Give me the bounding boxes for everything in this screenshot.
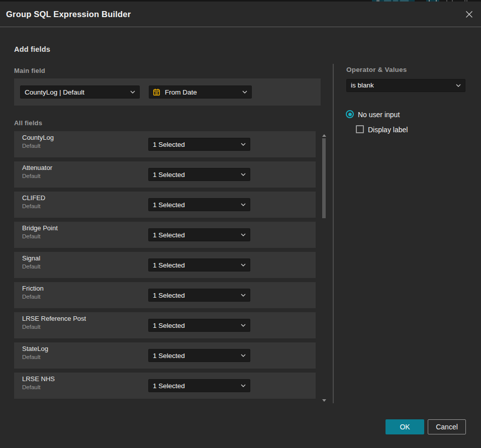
field-name: CountyLog — [22, 134, 54, 141]
operator-value: is blank — [347, 81, 374, 89]
field-sublabel: Default — [22, 143, 40, 149]
main-field-label: Main field — [14, 67, 45, 74]
chevron-down-icon — [241, 233, 246, 236]
field-name: StateLog — [22, 345, 48, 352]
chevron-down-icon — [241, 354, 246, 357]
field-selected-value: 1 Selected — [149, 352, 185, 360]
ok-button[interactable]: OK — [386, 419, 424, 434]
field-name: CLIFED — [22, 194, 45, 202]
field-name: Signal — [22, 254, 40, 262]
main-field-field-dropdown[interactable]: From Date — [149, 85, 252, 99]
chevron-down-icon — [241, 324, 246, 327]
field-row: Attenuator Default 1 Selected — [14, 161, 316, 188]
field-sublabel: Default — [22, 233, 40, 239]
field-selected-value: 1 Selected — [149, 292, 185, 299]
field-selected-dropdown[interactable]: 1 Selected — [148, 349, 250, 362]
field-sublabel: Default — [22, 173, 40, 179]
chevron-down-icon — [241, 263, 246, 266]
close-button[interactable] — [462, 7, 476, 21]
field-name: LRSE Reference Post — [22, 315, 86, 322]
field-selected-dropdown[interactable]: 1 Selected — [148, 319, 250, 332]
display-label-checkbox[interactable] — [356, 125, 364, 133]
dialog-header: Group SQL Expression Builder — [0, 2, 481, 27]
field-row: LRSE Reference Post Default 1 Selected — [14, 312, 316, 338]
field-selected-value: 1 Selected — [149, 141, 185, 148]
display-label-label: Display label — [368, 126, 408, 134]
field-selected-dropdown[interactable]: 1 Selected — [148, 228, 250, 241]
scrollbar-thumb[interactable] — [322, 138, 326, 218]
chevron-down-icon — [241, 294, 246, 297]
field-selected-dropdown[interactable]: 1 Selected — [148, 379, 250, 392]
field-selected-value: 1 Selected — [149, 322, 185, 329]
field-sublabel: Default — [22, 384, 40, 390]
no-user-input-radio[interactable] — [346, 110, 354, 118]
field-sublabel: Default — [22, 324, 40, 330]
field-row: Friction Default 1 Selected — [14, 282, 316, 308]
chevron-down-icon — [456, 84, 461, 87]
field-selected-dropdown[interactable]: 1 Selected — [148, 258, 250, 272]
field-selected-dropdown[interactable]: 1 Selected — [148, 138, 250, 151]
group-sql-expression-builder-dialog: Group SQL Expression Builder Add fields … — [0, 2, 481, 448]
field-name: LRSE NHS — [22, 375, 55, 383]
radio-dot — [348, 113, 352, 116]
main-field-layer-value: CountyLog | Default — [21, 88, 84, 96]
calendar-icon — [153, 88, 160, 96]
field-name: Attenuator — [22, 164, 52, 171]
field-selected-dropdown[interactable]: 1 Selected — [148, 168, 250, 181]
field-row: Signal Default 1 Selected — [14, 252, 316, 278]
field-name: Bridge Point — [22, 224, 58, 232]
field-row: LRSE NHS Default 1 Selected — [14, 373, 316, 399]
no-user-input-label: No user input — [358, 111, 400, 119]
field-row: CLIFED Default 1 Selected — [14, 192, 316, 218]
main-field-field-value: From Date — [160, 88, 197, 96]
field-selected-value: 1 Selected — [149, 171, 185, 178]
field-selected-dropdown[interactable]: 1 Selected — [148, 289, 250, 302]
chevron-down-icon — [241, 143, 246, 146]
field-selected-value: 1 Selected — [149, 231, 185, 239]
dialog-title: Group SQL Expression Builder — [6, 2, 131, 27]
field-selected-dropdown[interactable]: 1 Selected — [148, 198, 250, 211]
all-fields-label: All fields — [14, 119, 42, 127]
chevron-down-icon — [241, 173, 246, 176]
operator-values-label: Operator & Values — [346, 66, 407, 73]
chevron-down-icon — [130, 91, 135, 94]
column-divider — [333, 64, 334, 403]
chevron-down-icon — [241, 384, 246, 387]
operator-dropdown[interactable]: is blank — [346, 79, 465, 92]
field-sublabel: Default — [22, 203, 40, 209]
add-fields-heading: Add fields — [14, 45, 50, 53]
main-field-panel: CountyLog | Default From Date — [14, 78, 321, 106]
field-sublabel: Default — [22, 263, 40, 270]
field-selected-value: 1 Selected — [149, 382, 185, 390]
field-sublabel: Default — [22, 294, 40, 300]
field-row: StateLog Default 1 Selected — [14, 342, 316, 369]
close-icon — [465, 11, 473, 18]
field-name: Friction — [22, 285, 44, 292]
scroll-up-arrow[interactable] — [322, 134, 326, 137]
field-selected-value: 1 Selected — [149, 261, 185, 269]
scroll-down-arrow[interactable] — [322, 399, 326, 402]
chevron-down-icon — [242, 91, 247, 94]
field-selected-value: 1 Selected — [149, 201, 185, 209]
field-sublabel: Default — [22, 354, 40, 360]
field-row: Bridge Point Default 1 Selected — [14, 222, 316, 248]
chevron-down-icon — [241, 203, 246, 206]
cancel-button[interactable]: Cancel — [428, 419, 466, 434]
main-field-layer-dropdown[interactable]: CountyLog | Default — [20, 85, 140, 99]
field-row: CountyLog Default 1 Selected — [14, 131, 316, 157]
